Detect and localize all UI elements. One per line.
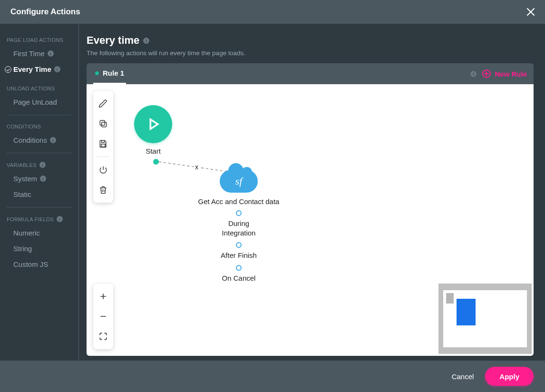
minimap-start-node bbox=[446, 293, 454, 304]
action-port-during[interactable]: During Integration bbox=[196, 210, 282, 237]
sidebar-item-label: Custom JS bbox=[13, 260, 48, 268]
sidebar-item-conditions[interactable]: Conditions i bbox=[5, 132, 74, 148]
trash-icon bbox=[98, 185, 108, 195]
start-node-circle bbox=[134, 105, 172, 143]
zoom-in-icon bbox=[98, 292, 108, 301]
close-icon bbox=[526, 8, 535, 16]
sidebar-item-label: Every Time bbox=[13, 65, 51, 73]
minimap-viewport bbox=[443, 290, 527, 347]
sidebar-section-label: UNLOAD ACTIONS bbox=[7, 86, 55, 91]
main-subtitle: The following actions will run every tim… bbox=[87, 49, 534, 57]
info-icon[interactable]: i bbox=[54, 66, 60, 72]
edit-icon bbox=[98, 99, 108, 108]
rules-tabbar: Rule 1 i New Rule bbox=[87, 63, 534, 84]
zoom-out-icon bbox=[98, 312, 108, 321]
new-rule-label: New Rule bbox=[495, 70, 527, 78]
main-header: Every time i The following actions will … bbox=[87, 33, 534, 63]
sidebar-divider bbox=[7, 115, 72, 115]
info-icon[interactable]: i bbox=[57, 216, 63, 222]
apply-button[interactable]: Apply bbox=[485, 367, 534, 386]
info-icon[interactable]: i bbox=[470, 71, 477, 77]
sidebar-item-numeric[interactable]: Numeric bbox=[5, 225, 74, 241]
sidebar-divider bbox=[7, 207, 72, 207]
svg-rect-3 bbox=[100, 120, 105, 125]
power-icon bbox=[98, 165, 108, 175]
fit-button[interactable] bbox=[93, 326, 113, 346]
info-icon[interactable]: i bbox=[143, 38, 149, 44]
tab-label: Rule 1 bbox=[103, 69, 124, 77]
port-dot bbox=[236, 265, 242, 271]
sidebar-item-label: First Time bbox=[13, 49, 45, 58]
info-icon[interactable]: i bbox=[40, 176, 46, 182]
toolbar-separator bbox=[97, 157, 110, 157]
delete-button[interactable] bbox=[93, 180, 113, 200]
sidebar-section-title: FORMULA FIELDS i bbox=[5, 212, 74, 225]
plus-circle-icon bbox=[482, 69, 491, 78]
sidebar-item-string[interactable]: String bbox=[5, 241, 74, 256]
svg-rect-4 bbox=[101, 144, 105, 147]
zoom-in-button[interactable] bbox=[93, 286, 113, 306]
sidebar-item-label: Page UnLoad bbox=[13, 98, 57, 106]
info-icon[interactable]: i bbox=[50, 137, 56, 143]
cloud-label: sf bbox=[235, 175, 243, 187]
close-button[interactable] bbox=[525, 6, 536, 18]
zoom-out-button[interactable] bbox=[93, 306, 113, 326]
action-node[interactable]: sf Get Acc and Contact data During Integ… bbox=[196, 170, 282, 283]
main-title: Every time i bbox=[87, 34, 534, 47]
port-dot bbox=[236, 242, 242, 248]
sidebar-section-title: CONDITIONS bbox=[5, 120, 74, 132]
sidebar-item-page-unload[interactable]: Page UnLoad bbox=[5, 94, 74, 110]
start-node[interactable]: Start bbox=[134, 105, 172, 155]
dialog-titlebar: Configure Actions bbox=[0, 0, 545, 24]
rule-canvas[interactable]: Start x sf Get Acc and Contact data bbox=[87, 84, 534, 356]
sidebar-item-static[interactable]: Static bbox=[5, 186, 74, 202]
action-port-after-finish[interactable]: After Finish bbox=[196, 242, 282, 260]
info-icon[interactable]: i bbox=[48, 50, 54, 57]
sidebar-item-label: Numeric bbox=[13, 229, 40, 237]
dialog-footer: Cancel Apply bbox=[0, 361, 545, 392]
new-rule-button[interactable]: New Rule bbox=[482, 69, 527, 78]
save-icon bbox=[98, 139, 108, 148]
info-icon[interactable]: i bbox=[39, 162, 46, 168]
main-title-text: Every time bbox=[87, 34, 139, 47]
action-node-label: Get Acc and Contact data bbox=[196, 197, 282, 206]
main-panel: Every time i The following actions will … bbox=[79, 24, 545, 361]
minimap-action-node bbox=[457, 299, 476, 325]
fit-icon bbox=[98, 332, 108, 341]
dialog-title: Configure Actions bbox=[10, 7, 525, 17]
tab-status-dot bbox=[95, 71, 99, 75]
save-button[interactable] bbox=[93, 134, 113, 154]
sidebar-item-custom-js[interactable]: Custom JS bbox=[5, 256, 74, 272]
sidebar-section-title: UNLOAD ACTIONS bbox=[5, 82, 74, 94]
sidebar-section-label: VARIABLES bbox=[7, 162, 37, 168]
sidebar-item-system[interactable]: System i bbox=[5, 171, 74, 186]
tab-rule-1[interactable]: Rule 1 bbox=[93, 63, 126, 84]
svg-marker-8 bbox=[150, 119, 158, 129]
sidebar-item-every-time[interactable]: Every Time i bbox=[5, 61, 74, 77]
cancel-button[interactable]: Cancel bbox=[452, 372, 474, 381]
sidebar-item-label: System bbox=[13, 175, 37, 183]
sidebar-section-title: PAGE LOAD ACTIONS bbox=[5, 33, 74, 46]
sidebar-section-label: CONDITIONS bbox=[7, 124, 41, 129]
action-port-on-cancel[interactable]: On Cancel bbox=[196, 265, 282, 283]
svg-rect-2 bbox=[102, 122, 107, 127]
salesforce-cloud-icon: sf bbox=[220, 170, 258, 193]
start-node-label: Start bbox=[134, 147, 172, 155]
sidebar: PAGE LOAD ACTIONS First Time i Every Tim… bbox=[0, 24, 79, 361]
dialog-body: PAGE LOAD ACTIONS First Time i Every Tim… bbox=[0, 24, 545, 361]
start-output-port[interactable] bbox=[153, 159, 159, 165]
port-dot bbox=[236, 210, 242, 216]
configure-actions-dialog: Configure Actions PAGE LOAD ACTIONS Firs… bbox=[0, 0, 545, 392]
minimap[interactable] bbox=[438, 284, 532, 354]
edit-button[interactable] bbox=[93, 94, 113, 114]
sidebar-item-label: Conditions bbox=[13, 136, 47, 144]
sidebar-item-label: String bbox=[13, 245, 32, 253]
sidebar-divider bbox=[7, 153, 72, 153]
copy-icon bbox=[98, 119, 108, 128]
sidebar-section-label: PAGE LOAD ACTIONS bbox=[7, 37, 63, 43]
copy-button[interactable] bbox=[93, 114, 113, 134]
sidebar-item-first-time[interactable]: First Time i bbox=[5, 46, 74, 61]
power-button[interactable] bbox=[93, 160, 113, 180]
sidebar-item-label: Static bbox=[13, 190, 31, 198]
port-label: On Cancel bbox=[196, 274, 282, 283]
